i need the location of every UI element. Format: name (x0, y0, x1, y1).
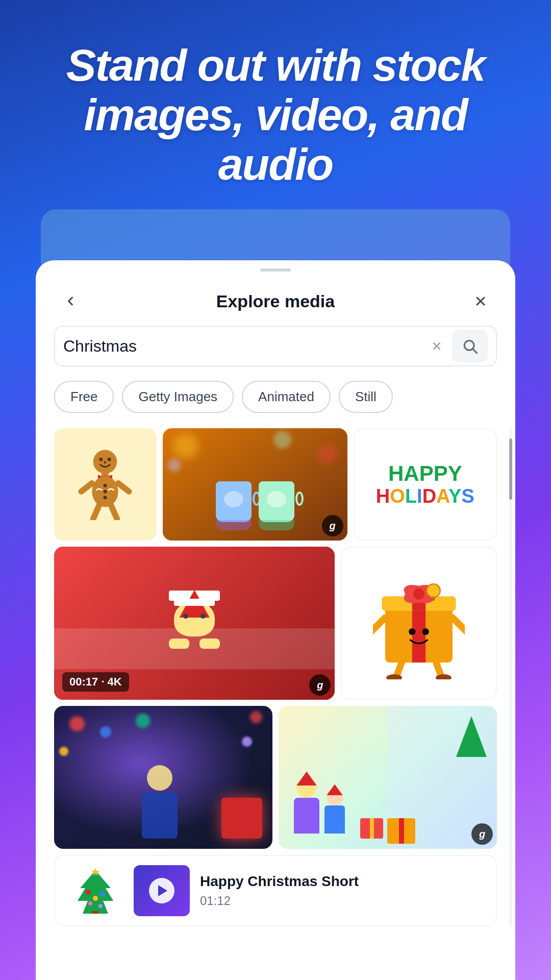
media-item-gift[interactable] (341, 547, 497, 700)
svg-point-7 (99, 458, 103, 461)
svg-point-27 (427, 584, 440, 597)
search-clear-button[interactable] (427, 336, 447, 356)
media-item-gingerbread[interactable] (54, 428, 157, 541)
svg-point-41 (86, 890, 91, 895)
getty-badge: g (322, 515, 343, 536)
svg-point-13 (104, 484, 107, 487)
back-button[interactable] (56, 287, 85, 315)
close-button[interactable] (466, 287, 495, 315)
svg-point-44 (88, 901, 92, 905)
hero-heading: Stand out with stock images, video, and … (0, 0, 551, 209)
svg-line-32 (396, 662, 402, 677)
sheet-title: Explore media (216, 291, 335, 311)
video-duration-badge: 00:17 · 4K (62, 672, 129, 692)
bottom-sheet: Explore media Free Getty Images Anima (36, 260, 515, 980)
svg-point-42 (100, 892, 105, 897)
audio-duration: 01:12 (200, 894, 484, 908)
svg-line-36 (373, 618, 385, 632)
scrollbar-track (509, 428, 512, 926)
svg-point-26 (413, 589, 424, 600)
svg-point-14 (104, 490, 107, 494)
search-input[interactable] (63, 337, 427, 356)
search-bar (54, 326, 497, 366)
audio-player-thumbnail[interactable] (134, 865, 190, 916)
media-row-1: g HAPPY HOLIDAYS (54, 428, 497, 541)
filter-getty[interactable]: Getty Images (122, 381, 234, 413)
audio-item-christmas-short[interactable]: Happy Christmas Short 01:12 (54, 855, 497, 926)
svg-point-9 (104, 461, 107, 464)
svg-point-31 (422, 628, 429, 635)
audio-info: Happy Christmas Short 01:12 (200, 873, 484, 908)
audio-title: Happy Christmas Short (200, 873, 484, 890)
svg-rect-21 (412, 606, 425, 663)
media-item-mugs[interactable]: g (163, 428, 347, 541)
filter-free[interactable]: Free (54, 381, 114, 413)
svg-line-37 (453, 618, 465, 632)
svg-point-43 (93, 896, 98, 901)
filter-animated[interactable]: Animated (242, 381, 331, 413)
svg-line-16 (82, 483, 92, 492)
filter-pills: Free Getty Images Animated Still (36, 381, 515, 428)
filter-still[interactable]: Still (339, 381, 393, 413)
svg-rect-39 (92, 911, 99, 914)
search-submit-button[interactable] (452, 330, 488, 362)
play-icon (158, 885, 167, 896)
svg-point-45 (98, 904, 103, 908)
sheet-header: Explore media (36, 272, 515, 326)
svg-line-5 (473, 349, 477, 353)
media-item-family[interactable]: g (279, 706, 497, 849)
svg-point-8 (108, 458, 111, 461)
media-row-3: g (54, 706, 497, 849)
media-item-baby-video[interactable]: 00:17 · 4K g (54, 547, 335, 700)
svg-point-30 (409, 628, 415, 635)
media-item-happy-holidays[interactable]: HAPPY HOLIDAYS (354, 428, 497, 541)
svg-line-19 (111, 505, 117, 519)
svg-line-18 (93, 505, 99, 519)
play-button[interactable] (149, 878, 174, 903)
svg-line-17 (118, 483, 129, 492)
svg-marker-38 (78, 870, 113, 914)
happy-holidays-text: HAPPY HOLIDAYS (376, 462, 474, 507)
svg-point-15 (104, 496, 107, 500)
media-item-child-lights[interactable] (54, 706, 272, 849)
audio-tree-icon (67, 865, 123, 916)
media-grid: g HAPPY HOLIDAYS (36, 428, 515, 926)
media-row-2: 00:17 · 4K g (54, 547, 497, 700)
svg-line-33 (436, 662, 441, 677)
scrollbar-thumb[interactable] (509, 438, 512, 500)
